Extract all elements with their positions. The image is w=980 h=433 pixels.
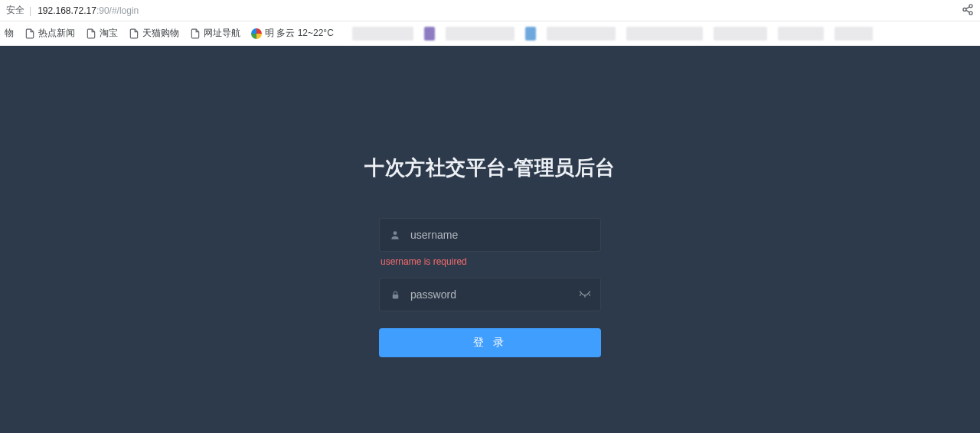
- bookmark-truncated[interactable]: 物: [5, 27, 14, 40]
- bookmark-label: 淘宝: [100, 27, 118, 40]
- bookmark-label: 天猫购物: [142, 27, 179, 40]
- page-icon: [129, 28, 139, 39]
- svg-point-3: [394, 231, 397, 235]
- bookmark-label: 网址导航: [204, 27, 240, 40]
- bookmarks-bar: 物 热点新闻 淘宝 天猫购物 网址导航 明 多云 12~22°C: [0, 21, 980, 46]
- bookmark-taobao[interactable]: 淘宝: [86, 27, 118, 40]
- share-icon[interactable]: [962, 3, 974, 18]
- bookmark-hotnews[interactable]: 热点新闻: [24, 27, 75, 40]
- bookmark-weather[interactable]: 明 多云 12~22°C: [251, 27, 334, 40]
- bookmark-nav[interactable]: 网址导航: [190, 27, 240, 40]
- lock-icon: [389, 288, 401, 301]
- username-input[interactable]: [410, 229, 591, 241]
- bookmark-tmall[interactable]: 天猫购物: [129, 27, 179, 40]
- bookmark-label: 热点新闻: [38, 27, 75, 40]
- login-button[interactable]: 登 录: [379, 328, 601, 357]
- page-icon: [86, 28, 96, 39]
- url-host: 192.168.72.17: [38, 5, 96, 16]
- page-title: 十次方社交平台-管理员后台: [364, 155, 615, 181]
- bookmark-label: 物: [5, 27, 14, 40]
- username-field-wrapper: [379, 218, 601, 252]
- address-bar: 安全 | 192.168.72.17:90/#/login: [0, 0, 980, 21]
- login-page: 十次方社交平台-管理员后台 username is required 登 录: [0, 46, 980, 433]
- svg-point-0: [969, 4, 972, 7]
- svg-rect-4: [392, 294, 398, 298]
- page-icon: [24, 28, 35, 39]
- user-icon: [389, 229, 401, 241]
- url[interactable]: 192.168.72.17:90/#/login: [38, 5, 139, 16]
- svg-point-1: [963, 8, 966, 11]
- page-icon: [190, 28, 201, 39]
- svg-point-2: [969, 11, 972, 15]
- separator: |: [29, 5, 31, 16]
- blurred-bookmarks: [352, 27, 873, 41]
- weather-icon: [251, 28, 262, 39]
- url-rest: :90/#/login: [96, 5, 139, 16]
- security-label: 安全: [6, 4, 24, 17]
- login-form: username is required 登 录: [379, 218, 601, 357]
- password-field-wrapper: [379, 278, 601, 311]
- bookmark-label: 明 多云 12~22°C: [265, 27, 334, 40]
- username-error: username is required: [381, 256, 601, 267]
- password-input[interactable]: [410, 288, 591, 301]
- eye-icon[interactable]: [579, 289, 591, 300]
